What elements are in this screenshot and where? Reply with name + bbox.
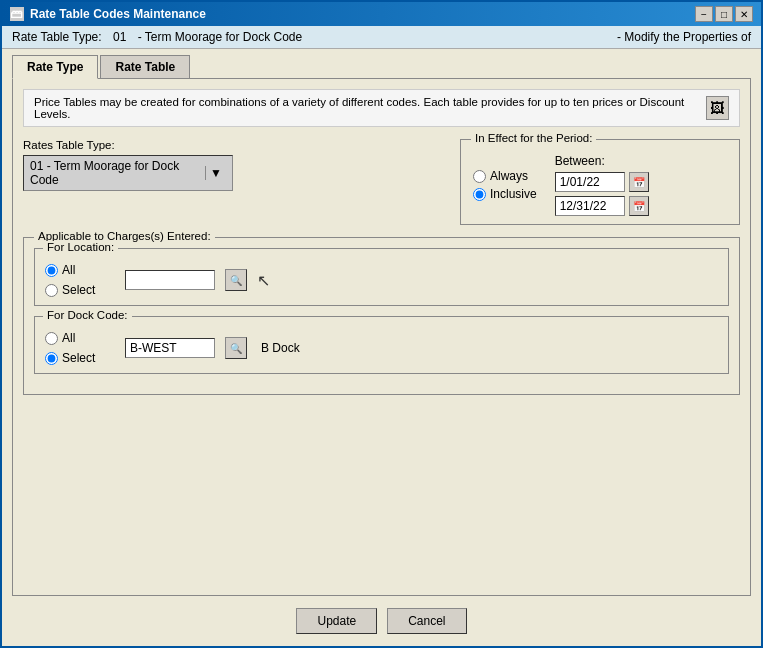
select-arrow-icon[interactable]: ▼ — [205, 166, 226, 180]
period-dates: Between: 📅 📅 — [555, 154, 649, 216]
minimize-button[interactable]: − — [695, 6, 713, 22]
dock-all-row: All — [45, 331, 115, 345]
rates-table-group: Rates Table Type: 01 - Term Moorage for … — [23, 139, 233, 225]
location-browse-button[interactable]: 🔍 — [225, 269, 247, 291]
subtitle-description: - Term Moorage for Dock Code — [138, 30, 303, 44]
location-group: For Location: All Select 🔍 — [34, 248, 729, 306]
update-button[interactable]: Update — [296, 608, 377, 634]
tab-bar: Rate Type Rate Table — [2, 49, 761, 78]
window-title: Rate Table Codes Maintenance — [30, 7, 206, 21]
tab-rate-table[interactable]: Rate Table — [100, 55, 190, 78]
cursor-icon: ↖ — [257, 271, 270, 290]
between-label: Between: — [555, 154, 649, 168]
dock-value-input[interactable] — [125, 338, 215, 358]
tab-rate-type[interactable]: Rate Type — [12, 55, 98, 79]
location-row: All Select 🔍 ↖ — [45, 257, 718, 297]
inclusive-label: Inclusive — [490, 187, 537, 201]
end-calendar-button[interactable]: 📅 — [629, 196, 649, 216]
subtitle-code: 01 — [113, 30, 126, 44]
period-legend: In Effect for the Period: — [471, 132, 596, 144]
period-content: Always Inclusive Between: 📅 — [473, 154, 727, 216]
location-all-label: All — [62, 263, 75, 277]
location-all-radio[interactable] — [45, 264, 58, 277]
bottom-bar: Update Cancel — [2, 596, 761, 646]
location-value-input[interactable] — [125, 270, 215, 290]
always-label: Always — [490, 169, 528, 183]
title-controls: − □ ✕ — [695, 6, 753, 22]
end-date-input[interactable] — [555, 196, 625, 216]
subtitle-label: Rate Table Type: — [12, 30, 102, 44]
form-row-top: Rates Table Type: 01 - Term Moorage for … — [23, 139, 740, 225]
dock-code-group: For Dock Code: All Select 🔍 — [34, 316, 729, 374]
location-all-row: All — [45, 263, 115, 277]
always-radio-row: Always — [473, 169, 537, 183]
dock-select-radio[interactable] — [45, 352, 58, 365]
rates-table-value: 01 - Term Moorage for Dock Code — [30, 159, 205, 187]
period-radio-group: Always Inclusive — [473, 169, 537, 201]
dock-all-label: All — [62, 331, 75, 345]
tab-content: Price Tables may be created for combinat… — [12, 78, 751, 596]
dock-code-row: All Select 🔍 B Dock — [45, 325, 718, 365]
rates-table-label: Rates Table Type: — [23, 139, 233, 151]
info-icon[interactable]: 🖼 — [706, 96, 729, 120]
info-text: Price Tables may be created for combinat… — [34, 96, 706, 120]
start-date-row: 📅 — [555, 172, 649, 192]
maximize-button[interactable]: □ — [715, 6, 733, 22]
subtitle-bar: Rate Table Type: 01 - Term Moorage for D… — [2, 26, 761, 49]
location-radio-col: All Select — [45, 263, 115, 297]
info-bar: Price Tables may be created for combinat… — [23, 89, 740, 127]
end-date-row: 📅 — [555, 196, 649, 216]
dock-select-label: Select — [62, 351, 95, 365]
period-box: In Effect for the Period: Always Inclusi… — [460, 139, 740, 225]
close-button[interactable]: ✕ — [735, 6, 753, 22]
location-select-label: Select — [62, 283, 95, 297]
start-date-input[interactable] — [555, 172, 625, 192]
location-select-row: Select — [45, 283, 115, 297]
dock-select-row: Select — [45, 351, 115, 365]
window-icon: 🗃 — [10, 7, 24, 21]
dock-description: B Dock — [261, 341, 300, 355]
location-select-radio[interactable] — [45, 284, 58, 297]
rates-table-select[interactable]: 01 - Term Moorage for Dock Code ▼ — [23, 155, 233, 191]
dock-code-legend: For Dock Code: — [43, 309, 132, 321]
cancel-button[interactable]: Cancel — [387, 608, 466, 634]
applicable-box: Applicable to Charges(s) Entered: For Lo… — [23, 237, 740, 395]
title-bar: 🗃 Rate Table Codes Maintenance − □ ✕ — [2, 2, 761, 26]
inclusive-radio-row: Inclusive — [473, 187, 537, 201]
inclusive-radio[interactable] — [473, 188, 486, 201]
subtitle-suffix: - Modify the Properties of — [617, 30, 751, 44]
main-window: 🗃 Rate Table Codes Maintenance − □ ✕ Rat… — [0, 0, 763, 648]
location-legend: For Location: — [43, 241, 118, 253]
start-calendar-button[interactable]: 📅 — [629, 172, 649, 192]
dock-browse-button[interactable]: 🔍 — [225, 337, 247, 359]
always-radio[interactable] — [473, 170, 486, 183]
dock-radio-col: All Select — [45, 331, 115, 365]
dock-all-radio[interactable] — [45, 332, 58, 345]
